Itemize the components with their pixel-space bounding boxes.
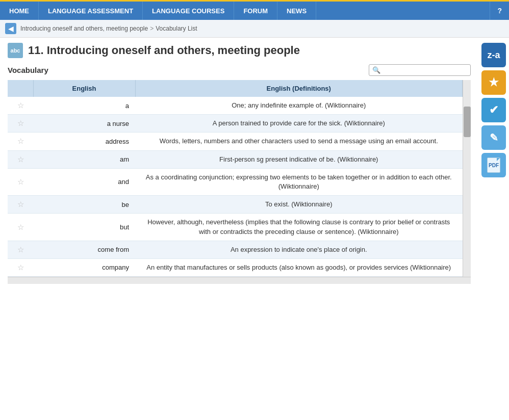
page-title-row: abc 11. Introducing oneself and others, … <box>8 43 471 58</box>
nav-language-assessment[interactable]: LANGUAGE ASSESSMENT <box>39 2 143 20</box>
definition-cell: However, although, nevertheless (implies… <box>135 214 463 241</box>
main-content: abc 11. Introducing oneself and others, … <box>0 38 509 289</box>
page-title: 11. Introducing oneself and others, meet… <box>28 44 300 57</box>
breadcrumb-current: Vocabulary List <box>156 25 197 32</box>
nav-forum[interactable]: FORUM <box>234 2 277 20</box>
breadcrumb-back-button[interactable]: ◀ <box>5 23 16 34</box>
definition-cell: First-person sg present indicative of be… <box>135 150 463 168</box>
col-definitions-header: English (Definitions) <box>135 80 463 97</box>
search-icon: 🔍 <box>372 66 380 74</box>
definition-cell: One; any indefinite example of. (Wiktion… <box>135 97 463 115</box>
nav-home[interactable]: HOME <box>0 2 39 20</box>
nav-help-button[interactable]: ? <box>490 2 509 20</box>
star-icon[interactable]: ☆ <box>17 200 24 208</box>
vocab-header-row: Vocabulary 🔍 <box>8 64 471 76</box>
table-scrollbar[interactable] <box>463 80 471 277</box>
word-cell: a nurse <box>33 115 135 133</box>
star-cell[interactable]: ☆ <box>8 150 33 168</box>
star-cell[interactable]: ☆ <box>8 115 33 133</box>
definition-cell: As a coordinating conjunction; expressin… <box>135 168 463 195</box>
star-cell[interactable]: ☆ <box>8 196 33 214</box>
favorite-button[interactable]: ★ <box>481 70 506 95</box>
table-row: ☆come fromAn expression to indicate one'… <box>8 241 463 258</box>
word-cell: a <box>33 97 135 115</box>
col-star-header <box>8 80 33 97</box>
nav-spacer <box>316 2 490 20</box>
table-row: ☆beTo exist. (Wiktionnaire) <box>8 196 463 214</box>
table-row: ☆aOne; any indefinite example of. (Wikti… <box>8 97 463 115</box>
horizontal-scrollbar[interactable] <box>8 277 471 284</box>
word-cell: am <box>33 150 135 168</box>
left-panel: abc 11. Introducing oneself and others, … <box>0 38 478 289</box>
sort-za-button[interactable]: z-a <box>481 43 506 67</box>
vocab-tbody: ☆aOne; any indefinite example of. (Wikti… <box>8 97 463 277</box>
search-input[interactable] <box>383 67 467 74</box>
check-button[interactable]: ✔ <box>481 98 506 122</box>
table-row: ☆companyAn entity that manufactures or s… <box>8 258 463 276</box>
edit-button[interactable]: ✎ <box>481 125 506 150</box>
vocab-table: English English (Definitions) ☆aOne; any… <box>8 80 463 277</box>
table-row: ☆addressWords, letters, numbers and othe… <box>8 133 463 150</box>
definition-cell: A person trained to provide care for the… <box>135 115 463 133</box>
star-icon[interactable]: ☆ <box>17 177 24 186</box>
star-icon: ★ <box>489 76 499 89</box>
table-row: ☆butHowever, although, nevertheless (imp… <box>8 214 463 241</box>
pdf-label: PDF <box>489 163 499 168</box>
pdf-doc-icon: PDF <box>487 158 500 173</box>
star-cell[interactable]: ☆ <box>8 241 33 258</box>
col-english-header: English <box>33 80 135 97</box>
table-container: English English (Definitions) ☆aOne; any… <box>8 80 471 277</box>
star-cell[interactable]: ☆ <box>8 97 33 115</box>
edit-icon: ✎ <box>490 132 498 144</box>
definition-cell: An expression to indicate one's place of… <box>135 241 463 258</box>
breadcrumb-parent: Introducing oneself and others, meeting … <box>20 25 148 32</box>
star-icon[interactable]: ☆ <box>17 101 24 110</box>
table-row: ☆andAs a coordinating conjunction; expre… <box>8 168 463 195</box>
right-sidebar: z-a ★ ✔ ✎ PDF <box>478 38 509 289</box>
word-cell: be <box>33 196 135 214</box>
nav-news[interactable]: NEWS <box>277 2 316 20</box>
breadcrumb: ◀ Introducing oneself and others, meetin… <box>0 20 509 38</box>
breadcrumb-separator: > <box>150 25 154 32</box>
word-cell: address <box>33 133 135 150</box>
star-icon[interactable]: ☆ <box>17 223 24 231</box>
definition-cell: Words, letters, numbers and other charac… <box>135 133 463 150</box>
table-scrollbar-thumb[interactable] <box>464 107 471 137</box>
definition-cell: To exist. (Wiktionnaire) <box>135 196 463 214</box>
table-row: ☆amFirst-person sg present indicative of… <box>8 150 463 168</box>
sort-za-label: z-a <box>487 50 500 61</box>
star-cell[interactable]: ☆ <box>8 214 33 241</box>
word-cell: but <box>33 214 135 241</box>
star-cell[interactable]: ☆ <box>8 258 33 276</box>
word-cell: company <box>33 258 135 276</box>
table-header-row: English English (Definitions) <box>8 80 463 97</box>
table-row: ☆a nurseA person trained to provide care… <box>8 115 463 133</box>
word-cell: come from <box>33 241 135 258</box>
check-icon: ✔ <box>489 103 498 117</box>
star-cell[interactable]: ☆ <box>8 133 33 150</box>
star-icon[interactable]: ☆ <box>17 263 24 272</box>
pdf-button[interactable]: PDF <box>481 153 506 177</box>
title-icon: abc <box>8 43 23 58</box>
nav-language-courses[interactable]: LANGUAGE COURSES <box>143 2 234 20</box>
star-icon[interactable]: ☆ <box>17 245 24 254</box>
definition-cell: An entity that manufactures or sells pro… <box>135 258 463 276</box>
star-icon[interactable]: ☆ <box>17 137 24 145</box>
vocab-label: Vocabulary <box>8 66 48 74</box>
star-cell[interactable]: ☆ <box>8 168 33 195</box>
word-cell: and <box>33 168 135 195</box>
star-icon[interactable]: ☆ <box>17 119 24 127</box>
search-box[interactable]: 🔍 <box>369 64 471 76</box>
top-navigation: HOME LANGUAGE ASSESSMENT LANGUAGE COURSE… <box>0 0 509 20</box>
star-icon[interactable]: ☆ <box>17 155 24 164</box>
